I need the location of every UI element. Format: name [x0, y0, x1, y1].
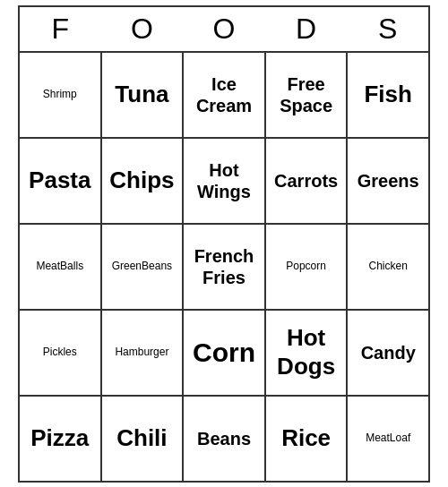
grid-cell: Ice Cream — [183, 52, 265, 138]
table-row: PastaChipsHot WingsCarrotsGreens — [19, 138, 429, 224]
grid-cell: GreenBeans — [101, 224, 184, 310]
grid-cell: Carrots — [265, 138, 348, 224]
col-header: S — [347, 6, 429, 52]
grid-cell: French Fries — [183, 224, 265, 310]
grid-cell: Beans — [183, 396, 265, 482]
grid-cell: Pickles — [19, 310, 101, 396]
grid-cell: MeatBalls — [19, 224, 101, 310]
table-row: PicklesHamburgerCornHot DogsCandy — [19, 310, 429, 396]
grid-cell: Hamburger — [101, 310, 184, 396]
grid-cell: Hot Wings — [183, 138, 265, 224]
header-row: FOODS — [19, 6, 429, 52]
grid-cell: Chili — [101, 396, 184, 482]
bingo-grid: FOODS ShrimpTunaIce CreamFree SpaceFishP… — [18, 5, 430, 483]
grid-cell: Candy — [347, 310, 429, 396]
col-header: D — [265, 6, 348, 52]
grid-cell: Tuna — [101, 52, 184, 138]
col-header: O — [183, 6, 265, 52]
grid-cell: Chips — [101, 138, 184, 224]
grid-cell: Pizza — [19, 396, 101, 482]
grid-cell: Greens — [347, 138, 429, 224]
col-header: F — [19, 6, 101, 52]
grid-cell: Free Space — [265, 52, 348, 138]
grid-cell: Chicken — [347, 224, 429, 310]
grid-cell: Fish — [347, 52, 429, 138]
table-row: PizzaChiliBeansRiceMeatLoaf — [19, 396, 429, 482]
grid-cell: Popcorn — [265, 224, 348, 310]
grid-cell: Rice — [265, 396, 348, 482]
grid-cell: MeatLoaf — [347, 396, 429, 482]
table-row: MeatBallsGreenBeansFrench FriesPopcornCh… — [19, 224, 429, 310]
bingo-card: FOODS FOODS ShrimpTunaIce CreamFree Spac… — [18, 5, 430, 483]
grid-cell: Shrimp — [19, 52, 101, 138]
grid-cell: Corn — [183, 310, 265, 396]
col-header: O — [101, 6, 184, 52]
grid-cell: Pasta — [19, 138, 101, 224]
grid-cell: Hot Dogs — [265, 310, 348, 396]
table-row: ShrimpTunaIce CreamFree SpaceFish — [19, 52, 429, 138]
